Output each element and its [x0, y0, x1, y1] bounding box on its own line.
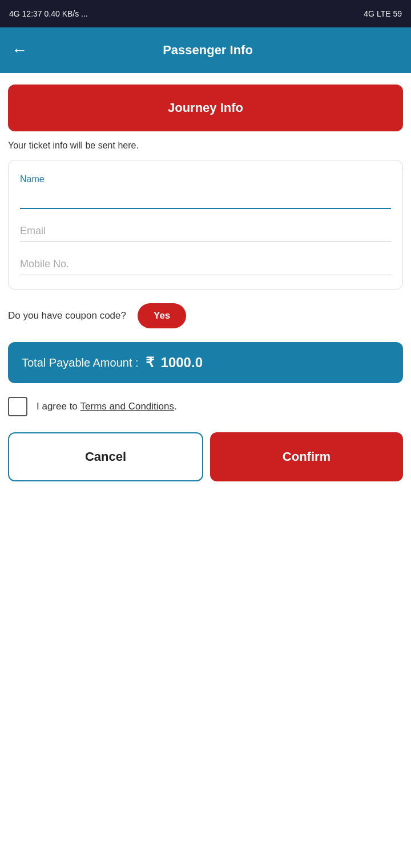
name-label: Name	[20, 174, 391, 184]
mobile-input[interactable]	[20, 254, 391, 275]
ticket-info-text: Your ticket info will be sent here.	[8, 140, 403, 151]
status-right: 4G LTE 59	[364, 9, 402, 18]
email-field-group	[20, 220, 391, 242]
status-left: 4G 12:37 0.40 KB/s ...	[9, 9, 88, 18]
terms-row: I agree to Terms and Conditions.	[8, 397, 403, 416]
coupon-row: Do you have coupon code? Yes	[8, 303, 403, 328]
back-button[interactable]: ←	[11, 42, 27, 58]
action-buttons: Cancel Confirm	[8, 432, 403, 481]
email-input[interactable]	[20, 220, 391, 242]
confirm-button[interactable]: Confirm	[210, 432, 403, 481]
page-title: Passenger Info	[39, 43, 377, 58]
main-content: Journey Info Your ticket info will be se…	[0, 73, 411, 868]
total-amount-value: 1000.0	[161, 355, 203, 371]
app-header: ← Passenger Info	[0, 27, 411, 73]
journey-info-button[interactable]: Journey Info	[8, 85, 403, 131]
total-payable-label: Total Payable Amount :	[22, 356, 139, 369]
status-bar: 4G 12:37 0.40 KB/s ... 4G LTE 59	[0, 0, 411, 27]
cancel-button[interactable]: Cancel	[8, 432, 203, 481]
total-payable-section: Total Payable Amount : ₹ 1000.0	[8, 342, 403, 383]
name-input[interactable]	[20, 187, 391, 209]
terms-period: .	[174, 401, 177, 412]
terms-link[interactable]: Terms and Conditions	[80, 401, 174, 412]
rupee-icon: ₹	[146, 355, 154, 371]
terms-text: I agree to Terms and Conditions.	[37, 401, 177, 412]
status-right-text: 4G LTE 59	[364, 9, 402, 18]
passenger-form-card: Name	[8, 160, 403, 290]
coupon-question-text: Do you have coupon code?	[8, 310, 126, 322]
status-left-text: 4G 12:37 0.40 KB/s ...	[9, 9, 88, 18]
coupon-yes-button[interactable]: Yes	[138, 303, 186, 328]
terms-prefix: I agree to	[37, 401, 80, 412]
mobile-field-group	[20, 254, 391, 275]
terms-checkbox[interactable]	[8, 397, 27, 416]
name-field-group: Name	[20, 174, 391, 209]
